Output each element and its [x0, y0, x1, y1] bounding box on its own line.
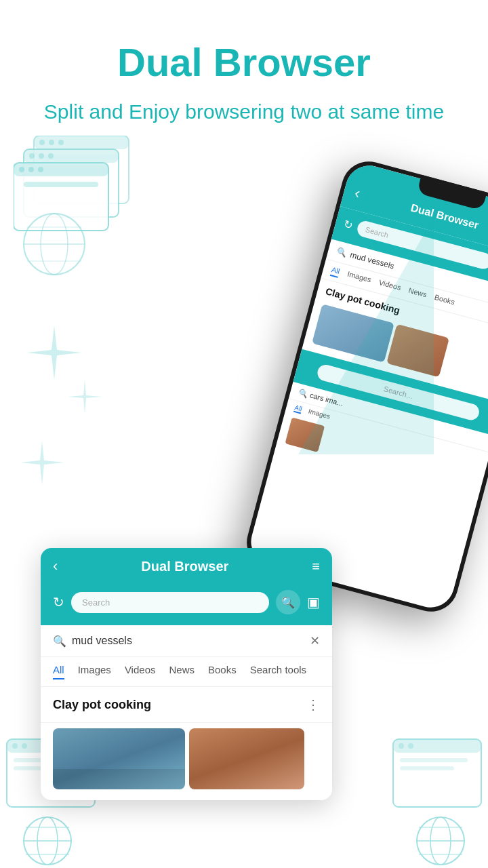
screen-back-btn: ‹ — [352, 184, 362, 203]
card-result-image-1 — [53, 728, 185, 789]
card-bookmark-button[interactable]: ▣ — [307, 594, 320, 610]
svg-point-3 — [49, 140, 54, 145]
card-title: Dual Browser — [141, 559, 228, 574]
card-search-input[interactable]: Search — [71, 592, 269, 613]
tab-news[interactable]: News — [169, 664, 195, 679]
card-tabs-row: All Images Videos News Books Search tool… — [41, 657, 332, 687]
card-result-row: Clay pot cooking ⋮ — [41, 687, 332, 723]
card-query-text: mud vessels — [72, 635, 304, 647]
card-back-button[interactable]: ‹ — [53, 557, 58, 575]
card-search-button[interactable]: 🔍 — [276, 590, 300, 614]
tab-videos[interactable]: Videos — [125, 664, 156, 679]
card-menu-button[interactable]: ≡ — [312, 559, 320, 574]
card-searchbar: ↻ Search 🔍 ▣ — [41, 585, 332, 625]
tab-all[interactable]: All — [53, 664, 64, 679]
card-result-title: Clay pot cooking — [53, 698, 151, 712]
browser-card: ‹ Dual Browser ≡ ↻ Search 🔍 ▣ 🔍 mud vess… — [41, 548, 332, 800]
card-topbar: ‹ Dual Browser ≡ — [41, 548, 332, 585]
tab-images[interactable]: Images — [78, 664, 111, 679]
card-query-row: 🔍 mud vessels ✕ — [41, 625, 332, 657]
app-title: Dual Browser — [41, 41, 447, 84]
app-subtitle: Split and Enjoy browsering two at same t… — [41, 98, 447, 126]
card-result-image-2 — [189, 728, 304, 789]
card-images-row — [41, 723, 332, 800]
card-refresh-icon[interactable]: ↻ — [53, 594, 64, 610]
query-search-icon: 🔍 — [53, 635, 66, 648]
card-clear-button[interactable]: ✕ — [310, 633, 320, 648]
tab-search-tools[interactable]: Search tools — [250, 664, 306, 679]
card-more-button[interactable]: ⋮ — [306, 696, 320, 713]
hero-section: Dual Browser Split and Enjoy browsering … — [0, 0, 488, 140]
tab-books[interactable]: Books — [208, 664, 237, 679]
svg-point-2 — [39, 140, 45, 145]
phones-area: ‹ Dual Browser ≡ ↻ Search 🔍 ▣ 🔍 mud vess… — [0, 149, 488, 868]
svg-point-4 — [58, 140, 64, 145]
